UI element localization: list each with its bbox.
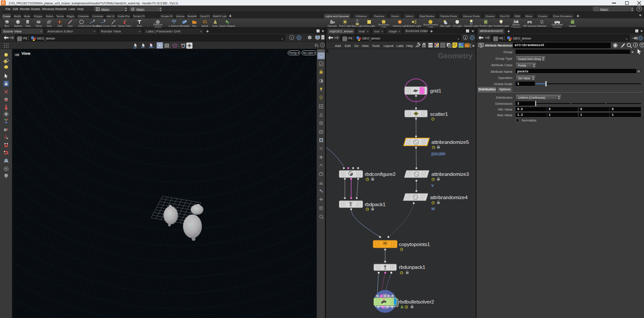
svg-text:v: v [431,182,434,188]
svg-text:rbdbulletsolver2: rbdbulletsolver2 [398,299,434,304]
svg-text:copytopoints1: copytopoints1 [399,242,430,247]
svg-text:rbdunpack1: rbdunpack1 [399,264,425,270]
svg-text:pscale: pscale [431,151,445,156]
svg-text:attribrandomize3: attribrandomize3 [431,172,469,177]
svg-text:scatter1: scatter1 [430,111,448,117]
svg-text:Geometry: Geometry [438,52,473,60]
svg-text:rbdpack1: rbdpack1 [365,202,385,207]
svg-text:attribrandomize4: attribrandomize4 [430,195,468,200]
svg-text:attribrandomize5: attribrandomize5 [431,139,469,145]
svg-text:grid1: grid1 [430,88,441,93]
svg-text:w: w [431,206,435,211]
svg-text:rbdconfigure2: rbdconfigure2 [365,172,395,177]
